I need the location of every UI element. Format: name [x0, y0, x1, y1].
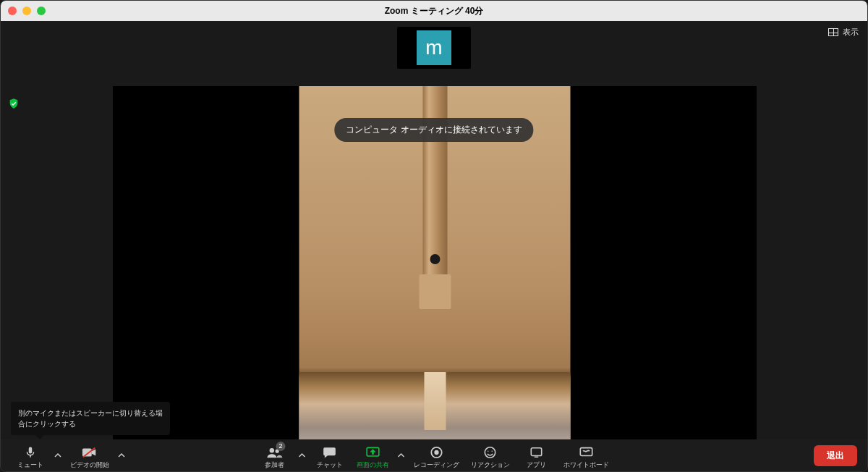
record-button[interactable]: レコーディング: [409, 441, 464, 470]
apps-icon: [530, 444, 543, 460]
titlebar: Zoom ミーティング 40分: [1, 1, 867, 21]
meeting-toolbar: ミュート ビデオの開始 2 参加者: [1, 439, 867, 471]
mute-label: ミュート: [17, 460, 43, 470]
svg-rect-0: [82, 449, 92, 457]
audio-options-tooltip: 別のマイクまたはスピーカーに切り替える場合にクリックする: [11, 402, 170, 435]
share-label: 画面の共有: [357, 460, 389, 470]
mute-button[interactable]: ミュート: [11, 441, 50, 470]
reactions-button[interactable]: リアクション: [467, 441, 514, 470]
close-window-button[interactable]: [8, 7, 17, 15]
whiteboard-icon: [579, 444, 593, 460]
participants-button[interactable]: 2 参加者: [255, 441, 294, 470]
audio-options-chevron[interactable]: [53, 441, 63, 470]
svg-point-2: [270, 448, 274, 452]
whiteboard-label: ホワイトボード: [563, 460, 609, 470]
share-screen-icon: [365, 444, 380, 460]
toolbar-right: 退出: [814, 445, 857, 466]
audio-connected-toast: コンピュータ オーディオに接続されています: [334, 118, 533, 142]
video-options-chevron[interactable]: [116, 441, 127, 470]
encryption-shield-icon[interactable]: [8, 98, 20, 109]
reactions-label: リアクション: [471, 460, 510, 470]
svg-point-9: [491, 450, 492, 451]
zoom-meeting-window: Zoom ミーティング 40分 m 表示: [0, 0, 868, 472]
apps-label: アプリ: [527, 460, 546, 470]
microphone-icon: [24, 444, 37, 460]
chat-label: チャット: [317, 460, 343, 470]
participants-label: 参加者: [265, 460, 284, 470]
toolbar-left: ミュート ビデオの開始: [11, 441, 127, 470]
video-label: ビデオの開始: [70, 460, 109, 470]
participants-count-badge: 2: [276, 442, 285, 451]
window-controls: [8, 7, 46, 15]
view-toggle[interactable]: 表示: [828, 27, 859, 38]
video-off-icon: [82, 444, 98, 460]
grid-icon: [828, 28, 838, 36]
meeting-content: m 表示 コンピュータ オーディオに接続されています: [1, 21, 867, 439]
window-title: Zoom ミーティング 40分: [1, 5, 867, 17]
maximize-window-button[interactable]: [37, 7, 46, 15]
reactions-icon: [484, 444, 497, 460]
svg-rect-10: [531, 448, 541, 456]
start-video-button[interactable]: ビデオの開始: [66, 441, 114, 470]
self-thumbnail[interactable]: m: [397, 27, 471, 69]
svg-point-8: [488, 450, 488, 451]
svg-point-6: [434, 450, 438, 455]
view-toggle-label: 表示: [843, 27, 859, 38]
avatar-initial: m: [425, 36, 442, 59]
share-screen-button[interactable]: 画面の共有: [352, 441, 393, 470]
share-options-chevron[interactable]: [396, 441, 407, 470]
svg-point-7: [485, 447, 495, 458]
record-icon: [430, 444, 443, 460]
avatar-tile: m: [417, 30, 451, 65]
record-label: レコーディング: [414, 460, 459, 470]
toolbar-center: 2 参加者 チャット 画面の共有: [255, 441, 613, 470]
apps-button[interactable]: アプリ: [517, 441, 556, 470]
whiteboard-button[interactable]: ホワイトボード: [559, 441, 613, 470]
chat-button[interactable]: チャット: [310, 441, 349, 470]
minimize-window-button[interactable]: [22, 7, 31, 15]
leave-button[interactable]: 退出: [814, 445, 857, 466]
participants-chevron[interactable]: [297, 441, 307, 470]
chat-icon: [323, 444, 337, 460]
